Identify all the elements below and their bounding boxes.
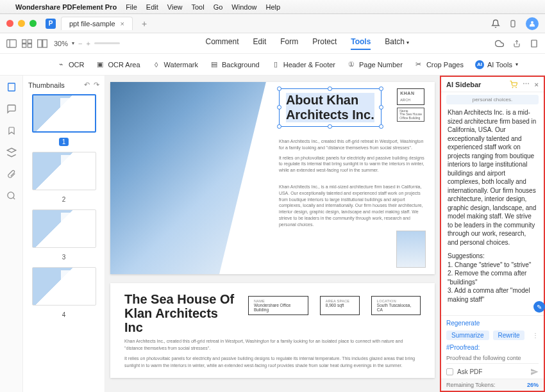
info-mini-box: NameThe Sea HouseOffice Building — [397, 108, 424, 122]
thumbnail-4[interactable]: 4 — [27, 267, 101, 320]
header-footer-button[interactable]: ▯ Header & Footer — [271, 60, 335, 69]
user-avatar[interactable] — [526, 17, 539, 30]
document-tabs: ppt file-sample × + — [61, 17, 486, 30]
rail-search-icon[interactable] — [6, 191, 16, 200]
app-name[interactable]: Wondershare PDFelement Pro — [15, 3, 117, 11]
zoom-in-button[interactable]: + — [86, 40, 90, 47]
rail-attachment-icon[interactable] — [7, 169, 16, 179]
thumbnail-2[interactable]: 2 — [27, 152, 101, 204]
header-footer-icon: ▯ — [271, 60, 280, 69]
print-icon[interactable] — [530, 39, 539, 48]
tab-edit[interactable]: Edit — [253, 37, 267, 50]
mobile-icon[interactable] — [509, 19, 517, 28]
svg-rect-12 — [532, 40, 537, 47]
menu-file[interactable]: File — [126, 3, 137, 11]
thumbnail-3[interactable]: 3 — [27, 209, 101, 262]
proofread-label: #Proofread: — [446, 344, 539, 351]
bell-icon[interactable] — [491, 19, 500, 28]
selected-text-box[interactable]: About KhanArchitects Inc. — [279, 88, 382, 127]
info-name: NameWondershare Office Building — [248, 296, 308, 315]
background-button[interactable]: ▤ Background — [210, 60, 260, 69]
document-tab[interactable]: ppt file-sample × — [61, 17, 133, 30]
pdf-page-1: About KhanArchitects Inc. KHANARCH NameT… — [110, 82, 435, 274]
window-maximize-button[interactable] — [29, 20, 37, 27]
thumbnails-panel: Thumbnails ↶ ↷ 1 2 3 4 — [23, 76, 105, 392]
more-icon[interactable]: ⋯ — [523, 80, 530, 88]
two-page-view-icon[interactable] — [37, 39, 47, 48]
page2-title: The Sea House OfKlan Architects Inc — [124, 292, 235, 334]
tokens-row: Remaining Tokens: 26% — [441, 379, 544, 391]
window-chrome: P ppt file-sample × + — [0, 14, 545, 33]
rail-thumbnails-icon[interactable] — [6, 82, 17, 92]
rail-layers-icon[interactable] — [6, 147, 17, 158]
chevron-down-icon[interactable]: ▾ — [72, 40, 74, 46]
close-icon[interactable]: × — [535, 81, 539, 88]
ocr-button[interactable]: ⌁ OCR — [56, 60, 84, 69]
info-location: LocationSouth Tuscaloosa, CA — [371, 296, 421, 315]
thumbnail-1[interactable]: 1 — [27, 94, 101, 147]
sidebar-toggle-icon[interactable] — [6, 39, 17, 48]
menu-go[interactable]: Go — [214, 3, 223, 11]
tab-title: ppt file-sample — [69, 20, 115, 28]
menu-window[interactable]: Window — [231, 3, 256, 11]
ai-context-chip: personal choices. — [446, 95, 539, 104]
svg-rect-10 — [43, 40, 47, 47]
rail-comment-icon[interactable] — [6, 104, 17, 114]
regenerate-button[interactable]: Regenerate — [446, 320, 480, 327]
zoom-slider[interactable] — [94, 42, 120, 44]
tab-form[interactable]: Form — [280, 37, 298, 50]
summarize-chip[interactable]: Summarize — [446, 331, 489, 340]
view-toolbar: 30% ▾ − + Comment Edit Form Protect Tool… — [0, 33, 545, 54]
send-icon[interactable] — [530, 368, 539, 376]
tab-protect[interactable]: Protect — [312, 37, 337, 50]
rewrite-chip[interactable]: Rewrite — [493, 331, 525, 340]
share-icon[interactable] — [513, 39, 521, 48]
crop-pages-button[interactable]: ✂ Crop Pages — [414, 60, 464, 69]
window-close-button[interactable] — [6, 20, 13, 27]
new-tab-button[interactable]: + — [138, 19, 151, 29]
ask-pdf-checkbox[interactable] — [446, 368, 453, 375]
page-paragraph-1: Khan Architects Inc., created this off-g… — [279, 138, 424, 151]
svg-rect-3 — [7, 40, 17, 47]
menu-tool[interactable]: Tool — [191, 3, 204, 11]
tab-close-icon[interactable]: × — [121, 20, 124, 28]
rail-bookmark-icon[interactable] — [7, 126, 16, 136]
svg-line-16 — [13, 197, 15, 199]
rotate-left-icon[interactable]: ↶ — [84, 81, 90, 89]
grid-view-icon[interactable] — [22, 39, 32, 48]
page2-paragraph-1: Khan Architects Inc., created this off-g… — [124, 338, 421, 352]
tokens-value: 26% — [527, 382, 539, 388]
rotate-right-icon[interactable]: ↷ — [94, 81, 99, 89]
menu-help[interactable]: Help — [265, 3, 280, 11]
ai-float-badge[interactable]: ✎ — [533, 301, 545, 313]
watermark-button[interactable]: ◊ Watermark — [152, 60, 198, 69]
svg-rect-7 — [22, 44, 26, 47]
menu-view[interactable]: View — [167, 3, 183, 11]
zoom-level[interactable]: 30% — [54, 40, 68, 47]
watermark-icon: ◊ — [152, 60, 161, 69]
page2-paragraph-2: It relies on photovoltaic panels for ele… — [124, 355, 421, 369]
ai-prompt-input[interactable] — [446, 353, 539, 364]
zoom-out-button[interactable]: − — [78, 40, 82, 47]
window-minimize-button[interactable] — [18, 20, 25, 27]
document-canvas[interactable]: About KhanArchitects Inc. KHANARCH NameT… — [105, 76, 440, 392]
chip-more-icon[interactable]: ⋮ — [532, 332, 539, 339]
ask-pdf-label: Ask PDF — [457, 368, 482, 375]
ocr-area-icon: ▣ — [96, 60, 105, 69]
ai-tools-button[interactable]: AI AI Tools ▾ — [475, 60, 518, 69]
ocr-area-button[interactable]: ▣ OCR Area — [96, 60, 140, 69]
tab-comment[interactable]: Comment — [206, 37, 239, 50]
ai-suggestion-3: 3. Add a comma after "model making staff… — [448, 286, 537, 304]
tab-tools[interactable]: Tools — [351, 37, 371, 50]
page-number-button[interactable]: ① Page Number — [347, 60, 403, 69]
main-tabs: Comment Edit Form Protect Tools Batch ▾ — [206, 37, 410, 50]
page-side-thumbnail — [396, 231, 426, 268]
tab-batch[interactable]: Batch ▾ — [385, 37, 409, 50]
menu-edit[interactable]: Edit — [146, 3, 158, 11]
company-logo: KHANARCH — [397, 88, 424, 105]
thumbnails-title: Thumbnails — [28, 81, 65, 89]
svg-point-15 — [8, 192, 14, 199]
crop-icon: ✂ — [414, 60, 423, 69]
cart-icon[interactable] — [510, 81, 517, 88]
cloud-icon[interactable] — [495, 39, 504, 48]
